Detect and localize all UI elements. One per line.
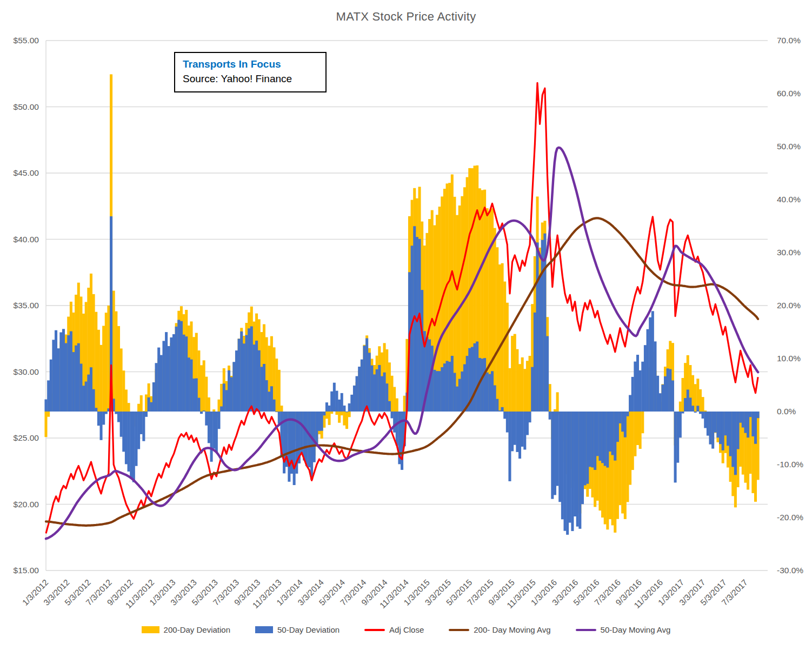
bar-200-day-deviation (619, 412, 622, 505)
bar-50-day-deviation (463, 364, 466, 412)
bar-50-day-deviation (456, 387, 458, 412)
bar-50-day-deviation (225, 390, 228, 412)
bar-50-day-deviation (704, 412, 707, 428)
bar-50-day-deviation (215, 412, 218, 452)
bar-50-day-deviation (390, 412, 393, 419)
bar-50-day-deviation (431, 346, 434, 412)
bar-50-day-deviation (671, 380, 674, 412)
bar-50-day-deviation (722, 412, 724, 450)
y-axis-left-label: $30.00 (14, 367, 39, 376)
bar-200-day-deviation (208, 397, 210, 412)
bar-200-day-deviation (498, 264, 501, 412)
bar-50-day-deviation (604, 412, 607, 466)
annotation-text-box[interactable]: Transports In Focus Source: Yahoo! Finan… (174, 52, 327, 92)
bar-50-day-deviation (586, 412, 589, 484)
legend-item-50-day-moving-avg[interactable]: 50-Day Moving Avg (576, 625, 671, 634)
bar-50-day-deviation (122, 412, 125, 452)
legend-line-icon (449, 629, 469, 631)
bar-50-day-deviation (719, 412, 722, 444)
bar-50-day-deviation (514, 412, 516, 445)
bar-50-day-deviation (474, 343, 476, 412)
bar-50-day-deviation (356, 376, 358, 412)
bar-50-day-deviation (203, 410, 205, 412)
bar-50-day-deviation (378, 365, 381, 412)
legend-item-200-day-deviation[interactable]: 200-Day Deviation (142, 625, 230, 634)
bar-50-day-deviation (727, 412, 729, 446)
bar-50-day-deviation (446, 361, 449, 412)
bar-50-day-deviation (57, 348, 60, 412)
bar-200-day-deviation (403, 396, 406, 412)
bar-200-day-deviation (396, 399, 398, 412)
y-axis-left-label: $40.00 (14, 235, 39, 244)
bar-50-day-deviation (529, 412, 531, 422)
legend-item-200-day-moving-avg[interactable]: 200- Day Moving Avg (449, 625, 550, 634)
bar-50-day-deviation (501, 407, 504, 412)
y-axis-left-label: $45.00 (14, 168, 39, 177)
bar-200-day-deviation (702, 397, 704, 412)
bar-50-day-deviation (365, 338, 368, 412)
bar-50-day-deviation (252, 344, 255, 412)
bar-200-day-deviation (516, 349, 518, 412)
y-axis-left-label: $35.00 (14, 301, 39, 310)
y-axis-left-label: $15.00 (14, 566, 39, 575)
bar-200-day-deviation (200, 365, 203, 412)
legend-item-adj-close[interactable]: Adj Close (364, 625, 424, 634)
bar-50-day-deviation (160, 355, 163, 412)
bar-50-day-deviation (368, 353, 371, 412)
bar-50-day-deviation (137, 412, 140, 449)
bar-50-day-deviation (448, 362, 451, 412)
bar-50-day-deviation (601, 412, 604, 463)
bar-200-day-deviation (280, 406, 283, 412)
bar-50-day-deviation (270, 386, 273, 412)
bar-50-day-deviation (105, 412, 108, 414)
bar-50-day-deviation (681, 412, 684, 413)
bar-50-day-deviation (518, 412, 521, 459)
y-axis-right-label: 50.0% (777, 142, 801, 151)
bar-200-day-deviation (328, 412, 331, 425)
bar-50-day-deviation (248, 328, 250, 412)
bar-50-day-deviation (536, 242, 538, 412)
bar-50-day-deviation (258, 350, 261, 412)
bar-200-day-deviation (393, 387, 396, 412)
bar-50-day-deviation (483, 358, 486, 412)
bar-50-day-deviation (120, 412, 123, 437)
bar-50-day-deviation (754, 412, 757, 444)
bar-50-day-deviation (458, 379, 461, 412)
bar-50-day-deviation (578, 412, 581, 529)
bar-50-day-deviation (177, 320, 180, 412)
bar-50-day-deviation (433, 370, 436, 412)
bar-200-day-deviation (521, 357, 524, 412)
bar-50-day-deviation (183, 335, 185, 412)
bar-50-day-deviation (742, 412, 744, 428)
bar-50-day-deviation (117, 412, 120, 422)
annotation-heading: Transports In Focus (183, 58, 319, 70)
bar-50-day-deviation (634, 362, 636, 412)
bar-50-day-deviation (526, 412, 529, 435)
bar-50-day-deviation (476, 342, 478, 412)
bar-50-day-deviation (333, 383, 336, 412)
bar-200-day-deviation (641, 412, 644, 433)
bar-50-day-deviation (563, 412, 566, 531)
y-axis-right-label: 10.0% (777, 354, 801, 363)
bar-50-day-deviation (341, 393, 343, 412)
bar-50-day-deviation (67, 335, 70, 412)
bar-200-day-deviation (128, 403, 130, 412)
bar-50-day-deviation (195, 379, 198, 412)
y-axis-right-label: -20.0% (777, 513, 803, 522)
bar-200-day-deviation (137, 404, 140, 412)
bar-50-day-deviation (205, 412, 208, 426)
bar-50-day-deviation (172, 334, 175, 412)
y-axis-right-label: 30.0% (777, 248, 801, 257)
bar-50-day-deviation (546, 336, 549, 412)
bar-50-day-deviation (278, 412, 281, 424)
bar-50-day-deviation (549, 412, 551, 420)
plot-area[interactable]: $55.00$50.00$45.00$40.00$35.00$30.00$25.… (0, 0, 812, 650)
legend-item-50-day-deviation[interactable]: 50-Day Deviation (255, 625, 340, 634)
bar-200-day-deviation (503, 282, 506, 412)
bar-50-day-deviation (192, 379, 195, 412)
y-axis-right-label: -30.0% (777, 566, 803, 575)
bar-50-day-deviation (350, 395, 353, 412)
bar-200-day-deviation (514, 334, 516, 412)
bar-200-day-deviation (145, 394, 148, 412)
bar-50-day-deviation (348, 403, 351, 412)
